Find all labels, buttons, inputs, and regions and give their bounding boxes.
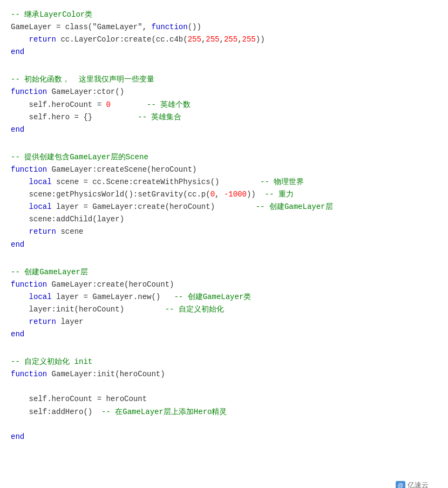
comment: -- 继承LayerColor类 xyxy=(11,10,92,19)
section-5: -- 自定义初始化 init function GameLayer:init(h… xyxy=(11,356,437,443)
code-line: self.heroCount = heroCount xyxy=(11,393,437,405)
code-line: layer:init(heroCount) -- 自定义初始化 xyxy=(11,303,437,316)
code-line: function GameLayer:createScene(heroCount… xyxy=(11,164,437,176)
code-line: -- 创建GameLayer层 xyxy=(11,266,437,279)
code-line: local layer = GameLayer.new() -- 创建GameL… xyxy=(11,291,437,303)
code-line: return scene xyxy=(11,226,437,238)
code-line: -- 提供创建包含GameLayer层的Scene xyxy=(11,151,437,164)
code-line: local scene = cc.Scene:createWithPhysics… xyxy=(11,176,437,188)
code-line: function GameLayer:create(heroCount) xyxy=(11,279,437,291)
section-4: -- 创建GameLayer层 function GameLayer:creat… xyxy=(11,266,437,341)
code-line: GameLayer = class("GameLayer", function(… xyxy=(11,21,437,33)
section-1: -- 继承LayerColor类 GameLayer = class("Game… xyxy=(11,9,437,58)
code-line: -- 继承LayerColor类 xyxy=(11,9,437,21)
code-line xyxy=(11,418,437,431)
code-line: function GameLayer:ctor() xyxy=(11,86,437,98)
section-2: -- 初始化函数， 这里我仅声明一些变量 function GameLayer:… xyxy=(11,73,437,135)
code-line: self.heroCount = 0 -- 英雄个数 xyxy=(11,99,437,111)
code-line: return layer xyxy=(11,316,437,328)
code-line: local layer = GameLayer:create(heroCount… xyxy=(11,201,437,213)
watermark-text: 亿速云 xyxy=(408,480,429,488)
watermark: @ 亿速云 xyxy=(396,480,429,488)
code-line: self:addHero() -- 在GameLayer层上添加Hero精灵 xyxy=(11,406,437,418)
code-line: function GameLayer:init(heroCount) xyxy=(11,368,437,381)
code-line: end xyxy=(11,239,437,251)
code-editor: -- 继承LayerColor类 GameLayer = class("Game… xyxy=(11,9,437,488)
code-line: end xyxy=(11,124,437,136)
watermark-icon: @ xyxy=(396,481,405,488)
code-line: end xyxy=(11,46,437,58)
code-line xyxy=(11,381,437,393)
code-line: end xyxy=(11,431,437,443)
section-3: -- 提供创建包含GameLayer层的Scene function GameL… xyxy=(11,151,437,251)
code-line: self.hero = {} -- 英雄集合 xyxy=(11,111,437,124)
code-line: end xyxy=(11,328,437,341)
code-line: scene:getPhysicsWorld():setGravity(cc.p(… xyxy=(11,188,437,201)
code-line: -- 初始化函数， 这里我仅声明一些变量 xyxy=(11,73,437,86)
code-line: -- 自定义初始化 init xyxy=(11,356,437,368)
code-line: return cc.LayerColor:create(cc.c4b(255,2… xyxy=(11,33,437,46)
code-line: scene:addChild(layer) xyxy=(11,213,437,226)
